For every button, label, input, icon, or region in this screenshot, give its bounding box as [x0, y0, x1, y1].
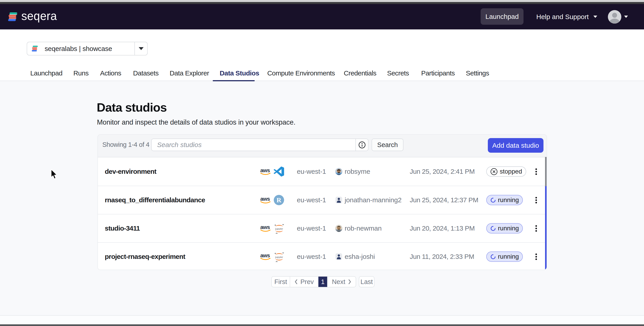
pagination-group: First Prev 1 Next	[271, 276, 356, 287]
tab-runs[interactable]: Runs	[74, 69, 89, 77]
status-label: stopped	[500, 168, 522, 175]
status-badge: running	[486, 195, 523, 205]
workspace-selector[interactable]: seqeralabs | showcase	[27, 42, 148, 56]
avatar	[608, 10, 621, 24]
top-navbar: seqera Launchpad Help and Support	[0, 4, 644, 30]
aws-icon	[260, 168, 271, 175]
studio-name[interactable]: dev-environment	[105, 168, 156, 175]
pagination-prev[interactable]: Prev	[290, 277, 318, 287]
tab-credentials[interactable]: Credentials	[344, 69, 376, 77]
workspace-caret-button[interactable]	[134, 42, 147, 55]
pagination: First Prev 1 Next Last	[271, 276, 374, 287]
jupyter-icon	[274, 223, 284, 233]
row-actions-kebab-button[interactable]	[530, 248, 542, 266]
studio-region: eu-west-1	[297, 253, 326, 260]
table-row[interactable]: dev-environmenteu-west-1robsymeJun 25, 2…	[98, 157, 547, 186]
tab-datasets[interactable]: Datasets	[133, 69, 159, 77]
page-subtitle: Monitor and inspect the details of data …	[97, 118, 296, 126]
vscode-icon	[274, 166, 284, 177]
studio-name[interactable]: rnaseq_to_differentialabundance	[105, 196, 205, 204]
studio-name[interactable]: studio-3411	[105, 224, 140, 232]
stopped-icon	[490, 168, 498, 175]
search-info-button[interactable]	[356, 139, 368, 151]
pagination-next-label: Next	[332, 278, 345, 285]
pagination-first[interactable]: First	[272, 277, 290, 287]
studio-date: Jun 20, 2024, 1:13 PM	[410, 224, 474, 232]
table-row[interactable]: rnaseq_to_differentialabundanceeu-west-1…	[98, 186, 547, 214]
info-icon	[358, 141, 366, 149]
user-avatar	[335, 168, 342, 175]
status-label: running	[498, 225, 519, 232]
r-icon	[274, 195, 284, 205]
studio-date: Jun 25, 2024, 12:37 PM	[410, 196, 478, 204]
pagination-prev-label: Prev	[300, 278, 314, 285]
tab-launchpad[interactable]: Launchpad	[30, 69, 62, 77]
search-button[interactable]: Search	[372, 139, 404, 151]
window-top-strip	[0, 0, 644, 2]
studio-user: esha-joshi	[345, 253, 375, 260]
studio-date: Jun 11, 2024, 2:33 PM	[410, 253, 474, 260]
spinner-icon	[490, 197, 496, 203]
tab-compute-environments[interactable]: Compute Environments	[267, 69, 335, 77]
showing-count: Showing 1-4 of 4	[102, 141, 150, 148]
studio-date: Jun 25, 2024, 2:41 PM	[410, 168, 474, 175]
table-row[interactable]: studio-3411eu-west-1rob-newmanJun 20, 20…	[98, 214, 547, 242]
row-actions-kebab-button[interactable]	[530, 163, 542, 180]
search-input[interactable]	[152, 139, 356, 151]
table-scrollbar-thumb[interactable]	[545, 157, 546, 186]
spinner-icon	[490, 226, 496, 231]
spinner-icon	[490, 254, 496, 259]
page-title: Data studios	[97, 100, 167, 114]
status-label: running	[498, 253, 519, 260]
help-and-support-label: Help and Support	[536, 13, 589, 21]
brand-name: seqera	[21, 10, 57, 24]
seqera-logo-icon	[8, 12, 18, 22]
page-footer	[0, 315, 644, 324]
seqera-logo[interactable]: seqera	[8, 4, 57, 30]
tab-data-explorer[interactable]: Data Explorer	[170, 69, 209, 77]
data-studios-table: dev-environmenteu-west-1robsymeJun 25, 2…	[98, 157, 547, 270]
studio-name[interactable]: project-rnaseq-experiment	[105, 253, 185, 260]
tab-secrets[interactable]: Secrets	[387, 69, 409, 77]
active-tab-underline	[213, 80, 255, 81]
tab-participants[interactable]: Participants	[421, 69, 455, 77]
studio-user: robsyme	[345, 168, 370, 175]
chevron-right-icon	[348, 279, 352, 284]
studio-region: eu-west-1	[297, 196, 326, 204]
data-studios-card: Showing 1-4 of 4 Search Add data studio …	[98, 134, 547, 270]
aws-icon	[260, 225, 271, 232]
row-actions-kebab-button[interactable]	[530, 191, 542, 209]
window-bottom-strip	[0, 324, 644, 326]
aws-icon	[260, 253, 271, 260]
status-label: running	[498, 196, 519, 204]
user-avatar	[335, 196, 342, 204]
tab-data-studios[interactable]: Data Studios	[220, 69, 259, 77]
pagination-next[interactable]: Next	[327, 277, 356, 287]
status-badge: running	[486, 223, 523, 233]
mouse-cursor	[50, 169, 60, 180]
chevron-down-icon	[139, 47, 144, 50]
pagination-last[interactable]: Last	[359, 277, 374, 287]
search-box	[151, 139, 368, 151]
tab-settings[interactable]: Settings	[466, 69, 489, 77]
help-and-support-menu[interactable]: Help and Support	[536, 4, 598, 30]
tab-actions[interactable]: Actions	[100, 69, 121, 77]
table-row[interactable]: project-rnaseq-experimenteu-west-1esha-j…	[98, 242, 547, 270]
workspace-logo-icon	[32, 45, 38, 52]
user-menu[interactable]	[608, 4, 628, 30]
add-data-studio-button[interactable]: Add data studio	[488, 138, 544, 153]
aws-icon	[260, 196, 271, 204]
pagination-page-1[interactable]: 1	[318, 277, 327, 287]
user-avatar	[335, 253, 342, 260]
row-actions-kebab-button[interactable]	[530, 219, 542, 237]
pagination-group-last: Last	[359, 276, 374, 287]
studio-user: jonathan-manning2	[345, 196, 402, 204]
chevron-down-icon	[624, 16, 628, 18]
workspace-label: seqeralabs | showcase	[45, 45, 112, 53]
jupyter-icon	[274, 251, 284, 262]
chevron-down-icon	[593, 16, 597, 18]
launchpad-button[interactable]: Launchpad	[481, 8, 524, 25]
user-avatar	[335, 225, 342, 232]
status-badge: stopped	[486, 166, 526, 177]
status-badge: running	[486, 251, 523, 262]
